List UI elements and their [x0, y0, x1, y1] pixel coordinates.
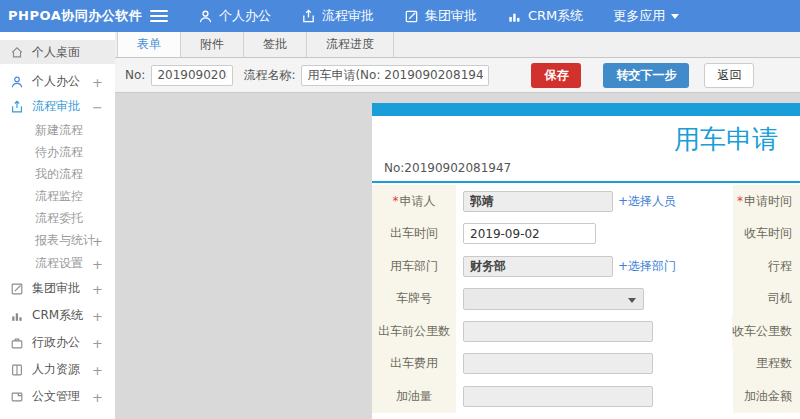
- nav-personal-office[interactable]: 个人办公: [198, 7, 271, 25]
- tab-signoff[interactable]: 签批: [244, 32, 307, 57]
- trip-cost-label: 出车费用: [372, 348, 456, 381]
- briefcase-icon: [10, 336, 24, 350]
- plate-number-select[interactable]: [463, 288, 644, 310]
- depart-time-input[interactable]: [463, 223, 596, 244]
- book-icon: [10, 363, 24, 377]
- forward-next-step-button[interactable]: 转交下一步: [603, 63, 689, 88]
- department-input[interactable]: [463, 256, 613, 277]
- sidebar-item-report-stats[interactable]: 报表与统计 +: [0, 229, 115, 252]
- expand-icon[interactable]: +: [92, 257, 103, 270]
- expand-icon[interactable]: +: [92, 390, 103, 403]
- form-panel: 用车申请 No:20190902081947 *申请人 +选择人员 *申请时间 …: [372, 103, 800, 419]
- start-mileage-input[interactable]: [463, 321, 653, 342]
- no-label: No:: [125, 68, 145, 82]
- app-logo: PHPOA协同办公软件: [0, 7, 150, 25]
- nav-workflow[interactable]: 流程审批: [301, 7, 374, 25]
- flow-name-input[interactable]: [301, 65, 489, 86]
- back-button[interactable]: 返回: [704, 63, 754, 88]
- caret-down-icon: [671, 14, 679, 19]
- select-person-link[interactable]: +选择人员: [618, 193, 676, 210]
- edit-icon: [10, 282, 24, 296]
- divider: [372, 181, 800, 183]
- fuel-amount-label: 加油量: [372, 380, 456, 413]
- home-icon: [10, 45, 24, 59]
- sidebar-item-documents[interactable]: 公文管理 +: [0, 383, 115, 410]
- sidebar-item-pending-flow[interactable]: 待办流程: [0, 141, 115, 163]
- select-department-link[interactable]: +选择部门: [618, 258, 676, 275]
- expand-icon[interactable]: +: [92, 309, 103, 322]
- toolbar: No: 流程名称: 保存 转交下一步 返回: [115, 58, 800, 93]
- applicant-label: *申请人: [372, 185, 456, 218]
- form-row: 出车时间 收车时间: [372, 218, 800, 251]
- department-label: 用车部门: [372, 250, 456, 283]
- document-icon: [10, 390, 24, 404]
- flow-icon: [301, 9, 316, 24]
- return-time-label: 收车时间: [733, 218, 800, 251]
- menu-icon[interactable]: [150, 10, 168, 22]
- sidebar-item-flow-settings[interactable]: 流程设置 +: [0, 252, 115, 275]
- chart-icon: [507, 9, 522, 24]
- apply-time-label: *申请时间: [733, 185, 800, 218]
- sidebar: 个人桌面 个人办公 + 流程审批 − 新建流程 待办流程 我的流程 流程监控 流…: [0, 32, 115, 419]
- nav-more-apps[interactable]: 更多应用: [613, 7, 679, 25]
- flow-name-label: 流程名称:: [243, 67, 295, 84]
- sidebar-item-desktop[interactable]: 个人桌面: [0, 40, 115, 64]
- required-mark: *: [737, 194, 743, 208]
- plate-number-label: 车牌号: [372, 283, 456, 316]
- trip-cost-input[interactable]: [463, 353, 653, 374]
- expand-icon[interactable]: +: [92, 336, 103, 349]
- form-row: 用车部门 +选择部门 行程: [372, 250, 800, 283]
- no-input[interactable]: [151, 65, 233, 86]
- chart-icon: [10, 309, 24, 323]
- expand-icon[interactable]: +: [92, 75, 103, 88]
- sidebar-item-workflow[interactable]: 流程审批 −: [0, 94, 115, 119]
- sidebar-item-flow-monitor[interactable]: 流程监控: [0, 185, 115, 207]
- sidebar-item-flow-delegate[interactable]: 流程委托: [0, 207, 115, 229]
- form-row: 加油量 加油金额: [372, 380, 800, 413]
- form-row: 车牌号 司机: [372, 283, 800, 316]
- caret-down-icon: [628, 298, 636, 303]
- tab-flow-progress[interactable]: 流程进度: [307, 32, 394, 57]
- sidebar-item-personal-office[interactable]: 个人办公 +: [0, 69, 115, 94]
- form-row: *申请人 +选择人员 *申请时间: [372, 185, 800, 218]
- sidebar-item-admin-office[interactable]: 行政办公 +: [0, 329, 115, 356]
- expand-icon[interactable]: +: [92, 363, 103, 376]
- driver-label: 司机: [733, 283, 800, 316]
- form-title: 用车申请: [674, 122, 778, 157]
- sidebar-item-crm[interactable]: CRM系统 +: [0, 302, 115, 329]
- tab-form[interactable]: 表单: [117, 32, 181, 57]
- nav-crm[interactable]: CRM系统: [507, 7, 583, 25]
- sidebar-item-hr[interactable]: 人力资源 +: [0, 356, 115, 383]
- edit-icon: [404, 9, 419, 24]
- fuel-cost-label: 加油金额: [733, 380, 800, 413]
- tab-bar: 表单 附件 签批 流程进度: [115, 32, 800, 58]
- fuel-amount-input[interactable]: [463, 386, 653, 407]
- expand-icon[interactable]: +: [92, 234, 103, 247]
- mileage-label: 里程数: [733, 348, 800, 381]
- form-no-text: No:20190902081947: [384, 161, 511, 175]
- required-mark: *: [393, 194, 399, 208]
- end-mileage-label: 收车公里数: [732, 315, 800, 348]
- sidebar-item-my-flow[interactable]: 我的流程: [0, 163, 115, 185]
- flow-icon: [10, 100, 24, 114]
- user-icon: [10, 75, 24, 89]
- form-header-strip: [372, 103, 800, 116]
- form-row: 出车费用 里程数: [372, 348, 800, 381]
- depart-time-label: 出车时间: [372, 218, 456, 251]
- save-button[interactable]: 保存: [531, 63, 581, 88]
- form-row: 出车前公里数 收车公里数: [372, 315, 800, 348]
- applicant-input[interactable]: [463, 191, 613, 212]
- form-table: *申请人 +选择人员 *申请时间 出车时间 收车时间 用车部门 +选择部门: [372, 185, 800, 413]
- user-icon: [198, 9, 213, 24]
- sidebar-item-group-approval[interactable]: 集团审批 +: [0, 275, 115, 302]
- nav-group-approval[interactable]: 集团审批: [404, 7, 477, 25]
- expand-icon[interactable]: +: [92, 282, 103, 295]
- top-nav: 个人办公 流程审批 集团审批 CRM系统: [198, 7, 709, 25]
- trip-label: 行程: [733, 250, 800, 283]
- sidebar-item-new-flow[interactable]: 新建流程: [0, 119, 115, 141]
- tab-attachments[interactable]: 附件: [181, 32, 244, 57]
- collapse-icon[interactable]: −: [92, 100, 103, 113]
- start-mileage-label: 出车前公里数: [372, 315, 456, 348]
- top-navbar: PHPOA协同办公软件 个人办公 流程审批: [0, 0, 800, 32]
